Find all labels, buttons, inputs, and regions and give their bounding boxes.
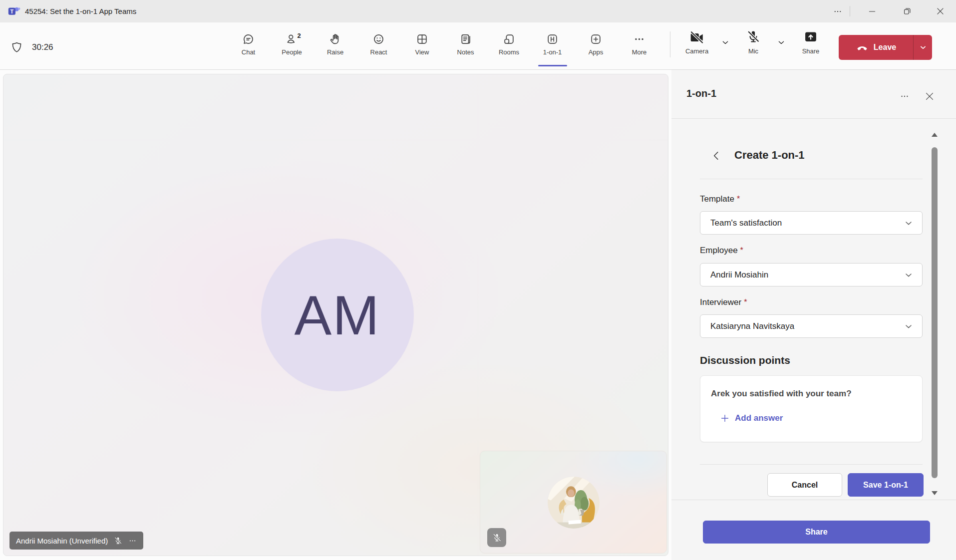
self-view-video (548, 477, 600, 529)
participant-name: Andrii Mosiahin (Unverified) (16, 537, 108, 545)
tab-notes[interactable]: Notes (444, 22, 487, 65)
discussion-point-card: Arek you satisfied with your team? Add a… (700, 375, 923, 442)
interviewer-select[interactable]: Katsiaryna Navitskaya (700, 314, 923, 338)
add-answer-button[interactable]: Add answer (719, 413, 783, 424)
mic-button[interactable]: Mic (737, 29, 769, 64)
tab-label: 1-on-1 (543, 48, 562, 56)
cancel-label: Cancel (792, 481, 818, 490)
required-asterisk: * (744, 298, 747, 306)
tab-label: More (632, 48, 647, 56)
toolbar-separator (670, 31, 670, 57)
required-asterisk: * (740, 246, 743, 255)
participant-avatar: AM (261, 239, 414, 391)
mic-off-icon (492, 533, 502, 543)
panel-scrollbar[interactable] (931, 131, 938, 501)
form-footer-divider (700, 464, 923, 465)
raised-hand-icon (328, 32, 342, 46)
share-label: Share (802, 47, 820, 55)
tab-apps[interactable]: Apps (574, 22, 618, 65)
self-view-tile[interactable] (480, 451, 667, 554)
scroll-up-arrow-icon[interactable] (932, 133, 938, 137)
window-menu-button[interactable] (826, 0, 849, 22)
panel-close-button[interactable] (923, 90, 936, 103)
scroll-down-arrow-icon[interactable] (932, 491, 938, 495)
panel-more-options-button[interactable] (898, 90, 911, 103)
chat-bubble-icon (242, 32, 255, 46)
tab-react[interactable]: React (357, 22, 400, 65)
titlebar-separator (850, 6, 850, 16)
chevron-down-icon (776, 37, 787, 48)
leave-options-button[interactable] (913, 35, 932, 60)
avatar-initials: AM (295, 283, 380, 347)
tab-label: View (415, 48, 429, 56)
tab-label: Notes (457, 48, 474, 56)
plus-square-icon (589, 32, 603, 46)
add-answer-label: Add answer (735, 413, 783, 423)
ellipsis-icon[interactable] (128, 537, 137, 545)
share-screen-button[interactable]: Share (795, 29, 827, 64)
rooms-icon (502, 32, 516, 46)
camera-button[interactable]: Camera (681, 29, 713, 64)
mic-options-button[interactable] (775, 36, 788, 49)
chevron-down-icon (903, 269, 915, 281)
employee-select[interactable]: Andrii Mosiahin (700, 263, 923, 286)
self-view-mic-off-badge (487, 528, 506, 547)
panel-header-divider (671, 118, 956, 119)
people-icon (285, 32, 299, 46)
tab-label: Apps (589, 48, 604, 56)
video-stage: AM Andrii Mosiahin (Unverified) (3, 74, 668, 556)
discussion-question: Arek you satisfied with your team? (711, 389, 852, 399)
share-screen-icon (803, 29, 819, 45)
leave-button[interactable]: Leave (839, 35, 932, 60)
grid-icon (415, 32, 429, 46)
tab-raise[interactable]: Raise (314, 22, 357, 65)
close-window-button[interactable] (929, 0, 952, 22)
required-asterisk: * (737, 195, 740, 203)
back-button[interactable] (709, 149, 723, 163)
discussion-points-heading: Discussion points (700, 354, 790, 366)
tab-chat[interactable]: Chat (227, 22, 270, 65)
meeting-toolbar: 30:26 Chat 2 People (0, 22, 956, 70)
save-label: Save 1-on-1 (863, 481, 908, 490)
template-select[interactable]: Team's satisfaction (700, 211, 923, 235)
share-panel-button[interactable]: Share (703, 521, 930, 544)
tab-1-on-1[interactable]: 1-on-1 (531, 22, 574, 65)
tab-view[interactable]: View (400, 22, 444, 65)
field-label-text: Interviewer (700, 297, 741, 307)
minimize-button[interactable] (861, 0, 884, 22)
camera-options-button[interactable] (719, 36, 732, 49)
chevron-down-icon (918, 42, 928, 52)
scrollbar-thumb[interactable] (932, 147, 938, 478)
create-1-on-1-heading: Create 1-on-1 (734, 149, 805, 162)
selected-tab-indicator (538, 65, 567, 66)
field-label-text: Employee (700, 246, 738, 255)
template-value: Team's satisfaction (710, 218, 782, 228)
field-label-text: Template (700, 194, 734, 204)
tab-more[interactable]: More (618, 22, 661, 65)
save-1-on-1-button[interactable]: Save 1-on-1 (848, 473, 924, 497)
title-bar: T 45254: Set the 1-on-1 App Teams (0, 0, 956, 22)
restore-button[interactable] (896, 0, 919, 22)
chevron-down-icon (720, 37, 731, 48)
teams-meeting-window: T 45254: Set the 1-on-1 App Teams (0, 0, 956, 560)
chevron-down-icon (903, 217, 915, 229)
mic-label: Mic (748, 47, 758, 55)
camera-label: Camera (685, 47, 708, 55)
smiley-icon (372, 32, 385, 46)
leave-main[interactable]: Leave (839, 35, 913, 60)
camera-off-icon (688, 29, 705, 46)
teams-logo-letter: T (10, 8, 14, 14)
tab-people[interactable]: 2 People (270, 22, 314, 65)
restore-icon (903, 6, 912, 16)
mic-off-icon (745, 29, 761, 45)
cancel-button[interactable]: Cancel (767, 473, 842, 497)
chevron-left-icon (710, 149, 723, 162)
tab-label: People (282, 48, 302, 56)
employee-field-label: Employee* (700, 246, 743, 256)
ellipsis-icon (833, 7, 842, 16)
panel-title: 1-on-1 (686, 88, 716, 99)
people-count-badge: 2 (298, 32, 301, 39)
tab-rooms[interactable]: Rooms (487, 22, 531, 65)
tab-label: Chat (242, 48, 255, 56)
teams-logo: T (7, 4, 20, 18)
